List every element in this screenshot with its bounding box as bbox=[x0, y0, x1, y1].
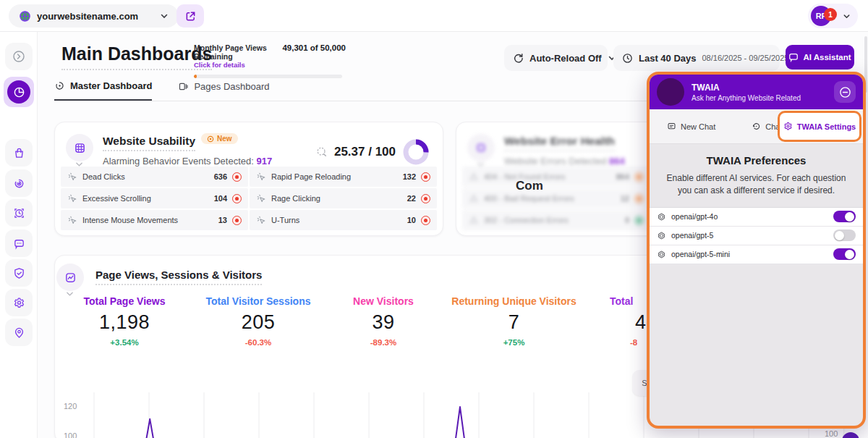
service-toggle[interactable] bbox=[833, 211, 856, 222]
refresh-icon bbox=[513, 53, 524, 64]
record-dot-icon[interactable] bbox=[232, 216, 242, 225]
metric-label: 400 - Bad Request Errors bbox=[484, 194, 574, 203]
ai-assistant-label: AI Assistant bbox=[803, 53, 851, 62]
quota-details-link[interactable]: Click for details bbox=[194, 61, 346, 69]
chevron-down-icon bbox=[843, 12, 851, 20]
usability-score: 25.37 / 100 bbox=[316, 138, 430, 166]
table-row[interactable]: 302 - Connection Errors0 bbox=[462, 210, 650, 230]
twaia-tabs: New Chat Chat History TWAIA Settings bbox=[650, 109, 863, 144]
service-name: openai/gpt-5-mini bbox=[671, 250, 730, 258]
table-row[interactable]: 404 - Not Found Errors864 bbox=[462, 167, 650, 187]
website-usability-card: Website UsabilityNew Alarming Behavior E… bbox=[54, 122, 443, 236]
external-link-icon bbox=[185, 11, 196, 22]
tab-master-dashboard[interactable]: Master Dashboard bbox=[54, 80, 152, 101]
open-website-button[interactable] bbox=[176, 4, 204, 28]
stat-total-page-views: Total Page Views 1,198 +3.54% bbox=[67, 295, 182, 347]
pages-icon bbox=[178, 81, 189, 92]
preferences-description: Enable different AI services. For each q… bbox=[660, 172, 853, 198]
pie-chart-icon bbox=[7, 80, 30, 104]
record-dot-icon[interactable] bbox=[634, 172, 644, 182]
service-row: openai/gpt-4o bbox=[650, 208, 863, 227]
auto-reload-dropdown[interactable]: Auto-Reload Off bbox=[504, 45, 608, 71]
table-row[interactable]: Excessive Scrolling104 bbox=[61, 188, 248, 209]
search-icon bbox=[316, 146, 328, 158]
sidebar-item-locations[interactable] bbox=[5, 319, 33, 346]
usability-subtitle: Alarming Behavior Events Detected: 917 bbox=[103, 156, 272, 167]
avatar: RF 1 bbox=[811, 6, 831, 26]
record-dot-icon[interactable] bbox=[232, 172, 242, 182]
tab-new-chat[interactable]: New Chat bbox=[660, 122, 723, 131]
tab-label: New Chat bbox=[681, 122, 715, 131]
usability-widget-icon[interactable] bbox=[66, 134, 93, 161]
chat-bubble-icon bbox=[13, 237, 25, 250]
warning-triangle-icon bbox=[469, 215, 479, 225]
stat-value: 1,198 bbox=[67, 311, 182, 334]
stat-returning-unique-visitors: Returning Unique Visitors 7 +75% bbox=[440, 295, 588, 347]
minus-circle-icon bbox=[839, 86, 851, 98]
service-toggle[interactable] bbox=[833, 229, 856, 241]
page-views-widget-icon[interactable] bbox=[56, 264, 84, 291]
error-widget-icon[interactable] bbox=[467, 134, 495, 161]
website-selector[interactable]: yourwebsitename.com bbox=[9, 4, 179, 28]
sidebar-item-security[interactable] bbox=[5, 259, 33, 287]
date-range-dropdown[interactable]: Last 40 Days 08/16/2025 - 09/25/2025 bbox=[613, 45, 780, 71]
gear-icon bbox=[783, 122, 793, 131]
overlay-text: Com bbox=[516, 179, 543, 193]
warning-triangle-icon bbox=[469, 172, 479, 182]
record-dot-icon[interactable] bbox=[421, 194, 430, 203]
record-dot-icon[interactable] bbox=[232, 194, 242, 203]
chevron-down-icon bbox=[160, 12, 169, 20]
twaia-title: TWAIA bbox=[692, 83, 801, 93]
openai-icon bbox=[657, 250, 666, 259]
error-card-subtitle: Website Errors Detected 864 bbox=[504, 156, 625, 167]
tab-pages-dashboard[interactable]: Pages Dashboard bbox=[178, 80, 269, 101]
record-dot-icon[interactable] bbox=[634, 194, 644, 203]
sidebar-item-sessions[interactable] bbox=[5, 199, 33, 227]
service-toggle[interactable] bbox=[833, 248, 856, 260]
metric-value: 864 bbox=[616, 172, 629, 181]
table-row[interactable]: Intense Mouse Movements13 bbox=[61, 210, 248, 230]
auto-reload-label: Auto-Reload Off bbox=[529, 53, 602, 64]
stat-delta: +75% bbox=[440, 338, 588, 347]
tab-twaia-settings[interactable]: TWAIA Settings bbox=[778, 111, 861, 142]
record-dot-icon[interactable] bbox=[421, 216, 430, 225]
sidebar-expand-button[interactable] bbox=[5, 43, 33, 70]
metric-label: Excessive Scrolling bbox=[82, 194, 151, 203]
table-row[interactable]: Dead Clicks636 bbox=[61, 167, 248, 187]
user-menu[interactable]: RF 1 bbox=[808, 4, 858, 28]
minimize-panel-button[interactable] bbox=[834, 81, 856, 103]
clock-icon bbox=[622, 53, 633, 64]
sidebar-item-dashboards[interactable] bbox=[4, 77, 34, 107]
record-dot-icon[interactable] bbox=[421, 172, 430, 182]
record-dot-icon[interactable] bbox=[634, 216, 644, 225]
map-pin-icon bbox=[13, 327, 25, 339]
sidebar-item-behavior[interactable] bbox=[5, 169, 33, 197]
table-row[interactable]: 400 - Bad Request Errors12 bbox=[462, 188, 650, 209]
twaia-avatar bbox=[657, 78, 684, 106]
ai-assistant-button[interactable]: AI Assistant bbox=[786, 45, 854, 70]
table-row[interactable]: Rage Clicking22 bbox=[250, 188, 437, 209]
twaia-subtitle: Ask her Anything Website Related bbox=[692, 94, 801, 102]
usability-events-count: 917 bbox=[256, 156, 272, 167]
metric-label: Dead Clicks bbox=[82, 172, 125, 181]
table-row[interactable]: Rapid Page Reloading132 bbox=[250, 167, 437, 187]
sidebar-item-feedback[interactable] bbox=[5, 229, 33, 257]
stat-label: Returning Unique Visitors bbox=[440, 295, 588, 307]
sidebar-item-store[interactable] bbox=[5, 139, 33, 167]
stat-value: 7 bbox=[440, 311, 588, 334]
quota-progress-fill bbox=[194, 75, 197, 78]
gear-icon bbox=[13, 297, 25, 309]
stat-label: Total Page Views bbox=[67, 295, 182, 307]
table-row[interactable]: U-Turns10 bbox=[250, 210, 437, 230]
page-views-title: Page Views, Sessions & Visitors bbox=[95, 269, 262, 285]
stat-delta: +3.54% bbox=[67, 338, 182, 347]
new-badge: New bbox=[201, 133, 238, 144]
session-target-icon bbox=[13, 207, 25, 219]
service-row: openai/gpt-5 bbox=[650, 227, 863, 245]
stat-label: New Visitors bbox=[333, 295, 434, 307]
top-bar: yourwebsitename.com RF 1 bbox=[0, 0, 868, 32]
metric-value: 636 bbox=[214, 172, 227, 181]
usability-card-title: Website Usability bbox=[103, 135, 195, 151]
metric-label: Rage Clicking bbox=[271, 194, 320, 203]
sidebar-item-settings[interactable] bbox=[5, 289, 33, 316]
